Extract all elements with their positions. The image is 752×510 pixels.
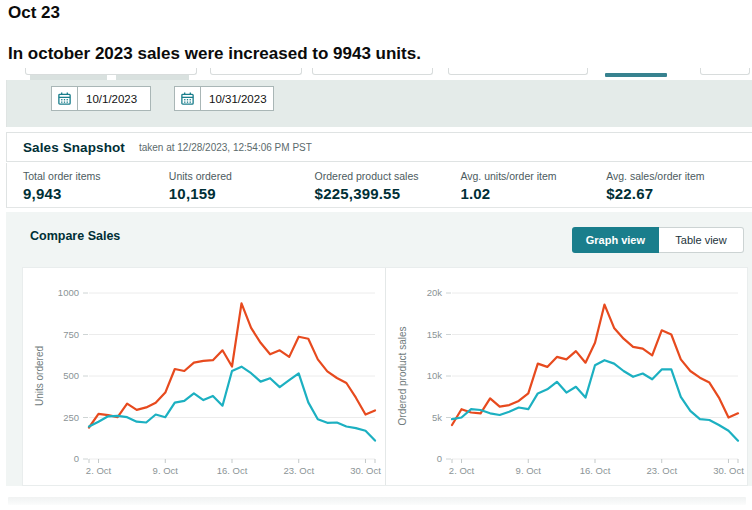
svg-text:20k: 20k: [427, 287, 443, 298]
end-date-input[interactable]: [200, 86, 274, 111]
metric-avg-units-order-item: Avg. units/order item 1.02: [460, 170, 606, 207]
table-view-button[interactable]: Table view: [659, 227, 744, 253]
snapshot-timestamp: taken at 12/28/2023, 12:54:06 PM PST: [139, 142, 312, 153]
svg-text:0: 0: [74, 453, 79, 464]
snapshot-metrics-row: Total order items 9,943 Units ordered 10…: [6, 163, 752, 208]
svg-text:9. Oct: 9. Oct: [516, 465, 542, 476]
svg-text:9. Oct: 9. Oct: [153, 465, 179, 476]
svg-text:30. Oct: 30. Oct: [350, 465, 381, 476]
date-range-band: [6, 80, 752, 127]
calendar-icon: [57, 91, 72, 106]
page-title: Oct 23: [8, 3, 60, 23]
metric-value: 1.02: [460, 185, 606, 202]
page-subtitle: In october 2023 sales were increased to …: [8, 44, 421, 64]
svg-text:2. Oct: 2. Oct: [449, 465, 475, 476]
metric-label: Avg. sales/order item: [606, 170, 752, 182]
metric-label: Units ordered: [169, 170, 315, 182]
compare-sales-panel: Compare Sales Graph view Table view 0250…: [6, 212, 752, 486]
end-date-calendar-button[interactable]: [174, 86, 201, 111]
svg-text:250: 250: [63, 412, 79, 423]
view-toggle: Graph view Table view: [572, 227, 744, 253]
metric-ordered-product-sales: Ordered product sales $225,399.55: [315, 170, 461, 207]
start-date-group: [51, 86, 151, 111]
compare-sales-title: Compare Sales: [30, 229, 120, 243]
metric-total-order-items: Total order items 9,943: [23, 170, 169, 207]
cutoff-box: [312, 68, 433, 75]
metric-label: Total order items: [23, 170, 169, 182]
svg-text:30. Oct: 30. Oct: [713, 465, 744, 476]
compare-sales-charts-card: 025050075010002. Oct9. Oct16. Oct23. Oct…: [22, 267, 748, 486]
cutoff-box: [210, 68, 302, 75]
graph-view-button[interactable]: Graph view: [572, 227, 659, 253]
svg-text:16. Oct: 16. Oct: [580, 465, 611, 476]
metric-value: $22.67: [606, 185, 752, 202]
svg-text:5k: 5k: [432, 412, 442, 423]
cutoff-box: [700, 68, 750, 75]
metric-value: $225,399.55: [315, 185, 461, 202]
metric-label: Avg. units/order item: [460, 170, 606, 182]
svg-text:Units ordered: Units ordered: [34, 346, 45, 406]
next-section-cutoff-edge: [8, 497, 746, 505]
cutoff-accent-bar: [605, 73, 667, 77]
svg-text:0: 0: [437, 453, 442, 464]
start-date-calendar-button[interactable]: [51, 86, 78, 111]
cutoff-box: [25, 68, 197, 75]
cutoff-box: [448, 68, 588, 75]
svg-text:2. Oct: 2. Oct: [86, 465, 112, 476]
metric-value: 10,159: [169, 185, 315, 202]
ordered-product-sales-chart-svg: 05k10k15k20k2. Oct9. Oct16. Oct23. Oct30…: [386, 269, 748, 486]
sales-snapshot-header: Sales Snapshot taken at 12/28/2023, 12:5…: [6, 132, 752, 162]
calendar-icon: [180, 91, 195, 106]
svg-text:23. Oct: 23. Oct: [646, 465, 677, 476]
metric-units-ordered: Units ordered 10,159: [169, 170, 315, 207]
units-ordered-chart: 025050075010002. Oct9. Oct16. Oct23. Oct…: [23, 268, 385, 485]
sales-dashboard-page: Oct 23 In october 2023 sales were increa…: [0, 0, 752, 510]
svg-text:10k: 10k: [427, 370, 443, 381]
metric-label: Ordered product sales: [315, 170, 461, 182]
units-ordered-chart-svg: 025050075010002. Oct9. Oct16. Oct23. Oct…: [23, 269, 385, 486]
svg-text:Ordered product sales: Ordered product sales: [397, 327, 408, 426]
svg-text:1000: 1000: [58, 287, 79, 298]
svg-text:15k: 15k: [427, 329, 443, 340]
svg-text:16. Oct: 16. Oct: [217, 465, 248, 476]
ordered-product-sales-chart: 05k10k15k20k2. Oct9. Oct16. Oct23. Oct30…: [385, 268, 747, 485]
svg-text:23. Oct: 23. Oct: [283, 465, 314, 476]
start-date-input[interactable]: [77, 86, 151, 111]
sales-snapshot-title: Sales Snapshot: [23, 140, 125, 155]
metric-avg-sales-order-item: Avg. sales/order item $22.67: [606, 170, 752, 207]
end-date-group: [174, 86, 274, 111]
svg-text:750: 750: [63, 329, 79, 340]
svg-text:500: 500: [63, 370, 79, 381]
metric-value: 9,943: [23, 185, 169, 202]
